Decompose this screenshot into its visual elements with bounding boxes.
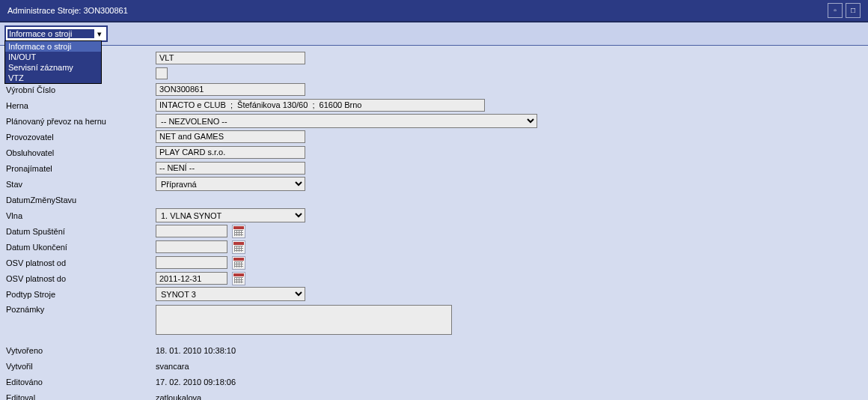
- section-select-dropdown: Informace o stroji IN/OUT Servisní zázna…: [4, 40, 102, 84]
- label-osv-do: OSV platnost do: [6, 274, 156, 283]
- planovany-prevoz-select[interactable]: -- NEZVOLENO --: [156, 114, 537, 128]
- label-vyrobni-cislo: Výrobní Číslo: [6, 85, 156, 94]
- toolbar: Informace o stroji ▾ Informace o stroji …: [0, 22, 868, 46]
- form-area: Výrobní Číslo Herna Plánovaný převoz na …: [0, 46, 868, 400]
- window-buttons: ▫ □: [828, 3, 861, 18]
- poznamky-textarea[interactable]: [156, 305, 452, 335]
- section-select-value: Informace o stroji: [7, 29, 94, 38]
- window-maximize-icon[interactable]: □: [846, 3, 861, 18]
- osv-do-input[interactable]: [156, 272, 227, 285]
- label-editovano: Editováno: [6, 378, 156, 387]
- label-poznamky: Poznámky: [6, 305, 156, 314]
- label-datum-spusteni: Datum Spuštění: [6, 227, 156, 236]
- chevron-down-icon: ▾: [94, 29, 105, 39]
- section-select[interactable]: Informace o stroji ▾: [4, 25, 108, 42]
- label-datum-ukonceni: Datum Ukončení: [6, 243, 156, 252]
- window-title: Administrace Stroje: 3ON300861: [7, 0, 128, 21]
- typ-field[interactable]: [156, 52, 305, 64]
- calendar-icon[interactable]: [232, 272, 245, 285]
- vytvoril-value: svancara: [156, 362, 189, 371]
- label-planovany-prevoz: Plánovaný převoz na hernu: [6, 117, 156, 126]
- label-stav: Stav: [6, 180, 156, 189]
- label-herna: Herna: [6, 101, 156, 110]
- datum-spusteni-input[interactable]: [156, 225, 227, 237]
- checkbox[interactable]: [156, 67, 168, 79]
- vytvoreno-value: 18. 01. 2010 10:38:10: [156, 346, 236, 355]
- pronajimatel-field[interactable]: [156, 162, 305, 175]
- label-obsluhovatel: Obsluhovatel: [6, 148, 156, 157]
- label-podtyp: Podtyp Stroje: [6, 290, 156, 299]
- label-osv-od: OSV platnost od: [6, 258, 156, 267]
- section-option-servis[interactable]: Servisní záznamy: [5, 62, 101, 73]
- obsluhovatel-field[interactable]: [156, 146, 305, 159]
- stav-select[interactable]: Přípravná: [156, 177, 305, 191]
- editovano-value: 17. 02. 2010 09:18:06: [156, 378, 236, 387]
- calendar-icon[interactable]: [232, 240, 245, 254]
- window-minimize-icon[interactable]: ▫: [828, 3, 843, 18]
- section-option-inout[interactable]: IN/OUT: [5, 52, 101, 62]
- label-datum-zmeny-stavu: DatumZměnyStavu: [6, 196, 156, 204]
- label-vytvoreno: Vytvořeno: [6, 346, 156, 355]
- section-option-vtz[interactable]: VTZ: [5, 73, 101, 83]
- herna-field[interactable]: [156, 99, 485, 112]
- vlna-select[interactable]: 1. VLNA SYNOT: [156, 208, 305, 222]
- label-vytvoril: Vytvořil: [6, 362, 156, 371]
- podtyp-select[interactable]: SYNOT 3: [156, 287, 305, 301]
- section-option-info[interactable]: Informace o stroji: [5, 41, 101, 52]
- calendar-icon[interactable]: [232, 256, 245, 270]
- label-editoval: Editoval: [6, 393, 156, 401]
- label-pronajimatel: Pronajímatel: [6, 164, 156, 173]
- datum-ukonceni-input[interactable]: [156, 240, 227, 253]
- label-vlna: Vlna: [6, 211, 156, 220]
- vyrobni-cislo-field[interactable]: [156, 83, 305, 96]
- osv-od-input[interactable]: [156, 256, 227, 269]
- label-provozovatel: Provozovatel: [6, 133, 156, 142]
- editoval-value: zatloukalova: [156, 393, 201, 401]
- provozovatel-field[interactable]: [156, 130, 305, 143]
- calendar-icon[interactable]: [232, 225, 245, 238]
- window-titlebar: Administrace Stroje: 3ON300861 ▫ □: [0, 0, 868, 22]
